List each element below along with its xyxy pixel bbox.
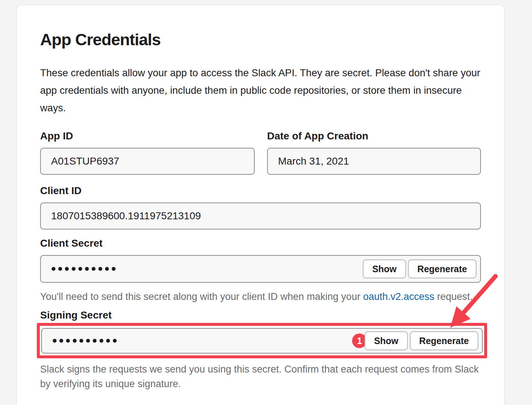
date-of-creation-label: Date of App Creation: [267, 130, 481, 142]
client-secret-regenerate-button[interactable]: Regenerate: [408, 259, 477, 278]
client-id-label: Client ID: [40, 185, 481, 197]
signing-secret-show-button[interactable]: Show: [365, 331, 408, 350]
app-id-label: App ID: [40, 130, 255, 142]
signing-secret-input[interactable]: •••••••••• 1 Show Regenerate: [41, 328, 483, 354]
credentials-description: These credentials allow your app to acce…: [40, 64, 481, 117]
page-title: App Credentials: [40, 30, 481, 50]
client-secret-help-suffix: request.: [434, 291, 473, 302]
date-of-creation-field-group: Date of App Creation March 31, 2021: [267, 130, 481, 175]
app-id-input[interactable]: A01STUP6937: [40, 148, 255, 175]
client-id-value: 1807015389600.1911975213109: [51, 210, 201, 222]
signing-secret-field-group: Signing Secret •••••••••• 1 Show Regener…: [40, 309, 481, 391]
client-id-input[interactable]: 1807015389600.1911975213109: [40, 202, 481, 230]
signing-secret-help: Slack signs the requests we send you usi…: [40, 362, 481, 391]
oauth-v2-access-link[interactable]: oauth.v2.access: [363, 291, 434, 302]
signing-secret-regenerate-button[interactable]: Regenerate: [410, 331, 478, 350]
client-id-field-group: Client ID 1807015389600.1911975213109: [40, 185, 481, 230]
annotation-box: •••••••••• 1 Show Regenerate: [37, 323, 487, 358]
client-secret-input[interactable]: •••••••••• Show Regenerate: [40, 255, 481, 283]
client-secret-show-button[interactable]: Show: [363, 259, 406, 278]
client-secret-help-prefix: You'll need to send this secret along wi…: [40, 291, 363, 302]
date-of-creation-input[interactable]: March 31, 2021: [267, 148, 481, 175]
client-secret-masked-value: ••••••••••: [51, 262, 118, 276]
app-id-field-group: App ID A01STUP6937: [40, 130, 255, 175]
date-of-creation-value: March 31, 2021: [278, 155, 349, 167]
signing-secret-buttons: 1 Show Regenerate: [365, 331, 478, 350]
client-secret-field-group: Client Secret •••••••••• Show Regenerate…: [40, 237, 481, 304]
signing-secret-masked-value: ••••••••••: [52, 334, 119, 348]
client-secret-help: You'll need to send this secret along wi…: [40, 289, 481, 304]
client-secret-label: Client Secret: [40, 237, 481, 250]
signing-secret-label: Signing Secret: [40, 309, 481, 321]
app-id-row: App ID A01STUP6937 Date of App Creation …: [40, 130, 481, 175]
app-credentials-card: App Credentials These credentials allow …: [16, 5, 505, 405]
client-secret-buttons: Show Regenerate: [363, 259, 477, 278]
app-id-value: A01STUP6937: [51, 155, 119, 167]
